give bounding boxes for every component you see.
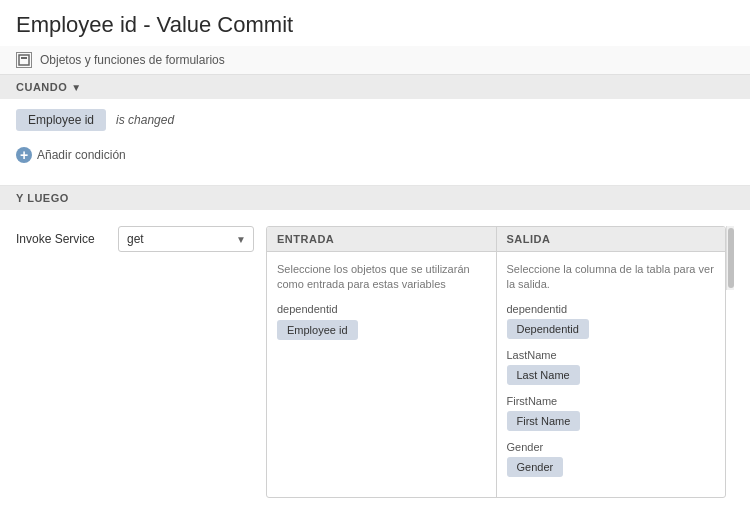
chevron-down-icon: ▼ [71,82,81,93]
output-panel-description: Seleccione la columna de la tabla para v… [507,262,716,293]
output-item-badge[interactable]: Gender [507,457,564,477]
service-select-wrapper: get post put delete ▼ [118,226,254,252]
svg-rect-0 [19,55,29,65]
output-item-badge[interactable]: Dependentid [507,319,589,339]
then-section: Y LUEGO Invoke Service get post put dele… [0,186,750,506]
output-item: GenderGender [507,441,716,477]
scrollbar[interactable] [726,226,734,290]
service-select[interactable]: get post put delete [118,226,254,252]
input-panel: ENTRADA Seleccione los objetos que se ut… [267,227,497,497]
breadcrumb-text: Objetos y funciones de formularios [40,53,225,67]
io-panels: ENTRADA Seleccione los objetos que se ut… [266,226,726,498]
when-header: CUANDO ▼ [0,75,750,99]
output-item: FirstNameFirst Name [507,395,716,431]
output-item-badge[interactable]: First Name [507,411,581,431]
input-panel-description: Seleccione los objetos que se utilizarán… [277,262,486,293]
output-panel-header: SALIDA [497,227,726,252]
output-items-container: dependentidDependentidLastNameLast NameF… [507,303,716,477]
add-condition-label: Añadir condición [37,148,126,162]
action-row: Invoke Service get post put delete ▼ ENT… [0,218,750,506]
panels-wrapper: ENTRADA Seleccione los objetos que se ut… [266,226,734,498]
condition-operator: is changed [116,113,174,127]
output-item-label: LastName [507,349,716,361]
then-header: Y LUEGO [0,186,750,210]
breadcrumb: Objetos y funciones de formularios [0,46,750,75]
condition-field-badge[interactable]: Employee id [16,109,106,131]
plus-icon: + [16,147,32,163]
add-condition-button[interactable]: + Añadir condición [16,147,126,163]
page-title: Employee id - Value Commit [0,0,750,46]
add-condition-row: + Añadir condición [0,141,750,173]
output-item-label: FirstName [507,395,716,407]
output-item-badge[interactable]: Last Name [507,365,580,385]
output-panel: SALIDA Seleccione la columna de la tabla… [497,227,726,497]
when-section: CUANDO ▼ Employee id is changed + Añadir… [0,75,750,186]
output-item: LastNameLast Name [507,349,716,385]
output-item-label: dependentid [507,303,716,315]
condition-row: Employee id is changed [0,99,750,141]
output-item-label: Gender [507,441,716,453]
output-item: dependentidDependentid [507,303,716,339]
form-objects-icon [16,52,32,68]
svg-rect-1 [21,57,27,59]
scrollbar-thumb[interactable] [728,228,734,288]
input-panel-header: ENTRADA [267,227,496,252]
input-param-badge[interactable]: Employee id [277,320,358,340]
input-param-label: dependentid [277,303,486,315]
action-label: Invoke Service [16,226,106,246]
